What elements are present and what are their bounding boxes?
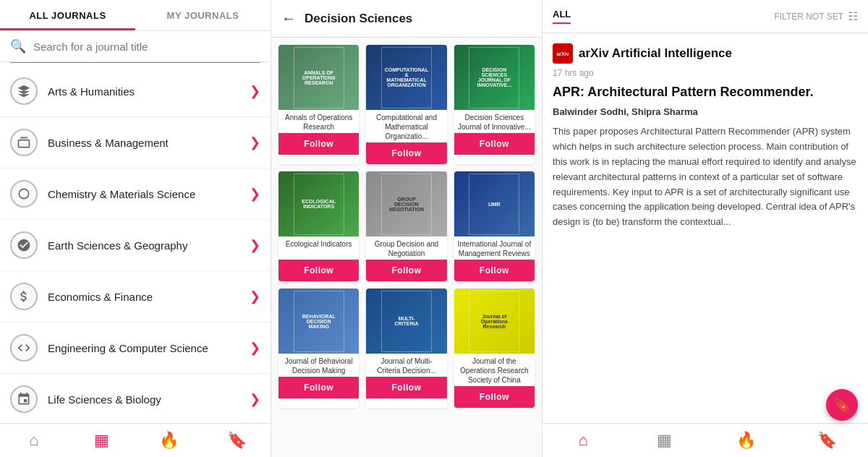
journal-cover-behavioral: BEHAVIORALDECISIONMAKING (278, 289, 359, 354)
journal-name-multi: Journal of Multi-Criteria Decision... (366, 354, 446, 377)
category-item-arts[interactable]: Arts & Humanities ❯ (0, 66, 271, 117)
category-icon-arts (10, 77, 38, 105)
journal-name-ecological: Ecological Indicators (283, 236, 355, 260)
journal-card-jor: Journal ofOperationsResearch Journal of … (454, 289, 535, 408)
right-tab-all[interactable]: ALL (553, 9, 571, 24)
left-nav-journals[interactable]: ▦ (68, 424, 136, 457)
follow-button-ijmr[interactable]: Follow (454, 260, 535, 281)
left-nav-home[interactable]: ⌂ (0, 424, 68, 457)
middle-panel: ← Decision Sciences ANNALS OFOPERATIONSR… (271, 0, 542, 457)
left-nav-bookmarks[interactable]: 🔖 (203, 424, 271, 457)
search-underline (10, 62, 260, 63)
category-icon-business (10, 129, 38, 156)
category-item-chemistry[interactable]: Chemistry & Materials Science ❯ (0, 168, 271, 220)
article-title: APR: Architectural Pattern Recommender. (553, 84, 858, 101)
journal-cover-text-jor: Journal ofOperationsResearch (469, 291, 519, 352)
filter-icon: ☷ (848, 9, 858, 23)
journal-card-annals: ANNALS OFOPERATIONSRESEARCH Annals of Op… (278, 45, 359, 164)
follow-button-decision[interactable]: Follow (454, 133, 535, 155)
journal-card-ecological: ECOLOGICALINDICATORS Ecological Indicato… (278, 171, 359, 281)
left-panel: ALL JOURNALS MY JOURNALS 🔍 Arts & Humani… (0, 0, 271, 457)
source-name: arXiv Artificial Intelligence (579, 46, 732, 61)
svg-point-0 (19, 189, 28, 198)
back-arrow[interactable]: ← (281, 10, 296, 27)
category-chevron-engineering: ❯ (250, 340, 260, 356)
journal-name-jor: Journal of the Operations Research Socie… (454, 354, 535, 386)
search-icon: 🔍 (10, 38, 26, 54)
right-panel: ALL FILTER NOT SET ☷ arXiv arXiv Artific… (542, 0, 868, 457)
category-chevron-life: ❯ (250, 391, 260, 407)
category-icon-engineering (10, 334, 38, 362)
journal-cover-text-computational: COMPUTATIONAL& MATHEMATICALORGANIZATION (381, 47, 432, 108)
journal-cover-jor: Journal ofOperationsResearch (454, 289, 535, 354)
right-filter[interactable]: FILTER NOT SET ☷ (774, 9, 858, 23)
category-chevron-arts: ❯ (250, 83, 260, 99)
tab-my-journals[interactable]: MY JOURNALS (135, 0, 271, 30)
middle-title: Decision Sciences (305, 12, 412, 26)
article-authors: Balwinder Sodhi, Shipra Sharma (553, 106, 858, 117)
journal-cover-multi: MULTI-CRITERIA (366, 289, 446, 354)
journal-cover-annals: ANNALS OFOPERATIONSRESEARCH (278, 45, 359, 110)
journal-name-decision: Decision Sciences Journal of Innovative.… (454, 110, 535, 133)
journal-cover-text-behavioral: BEHAVIORALDECISIONMAKING (294, 291, 344, 352)
follow-button-computational[interactable]: Follow (366, 142, 446, 164)
source-logo: arXiv (553, 43, 573, 64)
category-item-engineering[interactable]: Engineering & Computer Science ❯ (0, 323, 271, 374)
right-content: arXiv arXiv Artificial Intelligence 17 h… (542, 33, 868, 423)
middle-header: ← Decision Sciences (271, 0, 542, 38)
category-chevron-economics: ❯ (250, 289, 260, 304)
article-abstract: This paper proposes Architectural Patter… (553, 124, 858, 230)
right-nav-trending[interactable]: 🔥 (705, 424, 787, 457)
follow-button-annals[interactable]: Follow (278, 133, 359, 155)
journal-card-multi: MULTI-CRITERIA Journal of Multi-Criteria… (366, 289, 446, 408)
journal-name-ijmr: International Journal of Management Revi… (454, 236, 535, 260)
tab-all-journals[interactable]: ALL JOURNALS (0, 0, 135, 30)
category-label-arts: Arts & Humanities (48, 85, 250, 98)
left-nav-trending[interactable]: 🔥 (135, 424, 203, 457)
right-nav-home[interactable]: ⌂ (542, 424, 624, 457)
journal-card-group: GROUPDECISIONNEGOTIATION Group Decision … (366, 171, 446, 281)
article-source: arXiv arXiv Artificial Intelligence (553, 43, 858, 64)
category-icon-chemistry (10, 180, 38, 208)
journal-cover-computational: COMPUTATIONAL& MATHEMATICALORGANIZATION (366, 45, 446, 110)
category-icon-earth (10, 231, 38, 259)
journal-name-group: Group Decision and Negotiation (366, 236, 446, 260)
time-ago: 17 hrs ago (553, 68, 858, 78)
category-chevron-business: ❯ (250, 134, 260, 150)
journal-cover-ecological: ECOLOGICALINDICATORS (278, 171, 359, 236)
right-nav-journals[interactable]: ▦ (624, 424, 706, 457)
follow-button-group[interactable]: Follow (366, 260, 446, 281)
left-bottom-nav: ⌂ ▦ 🔥 🔖 (0, 423, 271, 457)
right-nav-bookmarks[interactable]: 🔖 (787, 424, 869, 457)
journal-card-decision: DECISIONSCIENCESJOURNAL OFINNOVATIVE... … (454, 45, 535, 164)
journal-cover-group: GROUPDECISIONNEGOTIATION (366, 171, 446, 236)
category-item-earth[interactable]: Earth Sciences & Geography ❯ (0, 220, 271, 271)
category-item-business[interactable]: Business & Management ❯ (0, 117, 271, 168)
category-chevron-earth: ❯ (250, 237, 260, 253)
search-input[interactable] (33, 40, 260, 53)
category-list: Arts & Humanities ❯ Business & Managemen… (0, 66, 271, 423)
category-icon-life (10, 385, 38, 413)
right-header: ALL FILTER NOT SET ☷ (542, 0, 868, 33)
category-label-earth: Earth Sciences & Geography (48, 239, 250, 252)
category-item-economics[interactable]: Economics & Finance ❯ (0, 271, 271, 323)
category-label-economics: Economics & Finance (48, 291, 250, 303)
filter-label: FILTER NOT SET (774, 12, 843, 22)
category-icon-economics (10, 283, 38, 310)
journal-name-behavioral: Journal of Behavioral Decision Making (278, 354, 359, 377)
category-label-life: Life Sciences & Biology (48, 393, 250, 406)
follow-button-ecological[interactable]: Follow (278, 260, 359, 281)
category-item-life[interactable]: Life Sciences & Biology ❯ (0, 374, 271, 423)
journal-cover-text-annals: ANNALS OFOPERATIONSRESEARCH (294, 47, 344, 108)
follow-button-jor[interactable]: Follow (454, 386, 535, 408)
journal-card-ijmr: IJMR International Journal of Management… (454, 171, 535, 281)
follow-button-multi[interactable]: Follow (366, 377, 446, 398)
journal-cover-text-group: GROUPDECISIONNEGOTIATION (381, 174, 432, 235)
journal-cover-text-ijmr: IJMR (469, 174, 519, 235)
journal-card-behavioral: BEHAVIORALDECISIONMAKING Journal of Beha… (278, 289, 359, 408)
follow-button-behavioral[interactable]: Follow (278, 377, 359, 398)
journal-name-annals: Annals of Operations Research (278, 110, 359, 133)
journal-card-computational: COMPUTATIONAL& MATHEMATICALORGANIZATION … (366, 45, 446, 164)
journal-cover-text-decision: DECISIONSCIENCESJOURNAL OFINNOVATIVE... (469, 47, 519, 108)
bookmark-fab[interactable]: 🔖 (826, 389, 858, 421)
